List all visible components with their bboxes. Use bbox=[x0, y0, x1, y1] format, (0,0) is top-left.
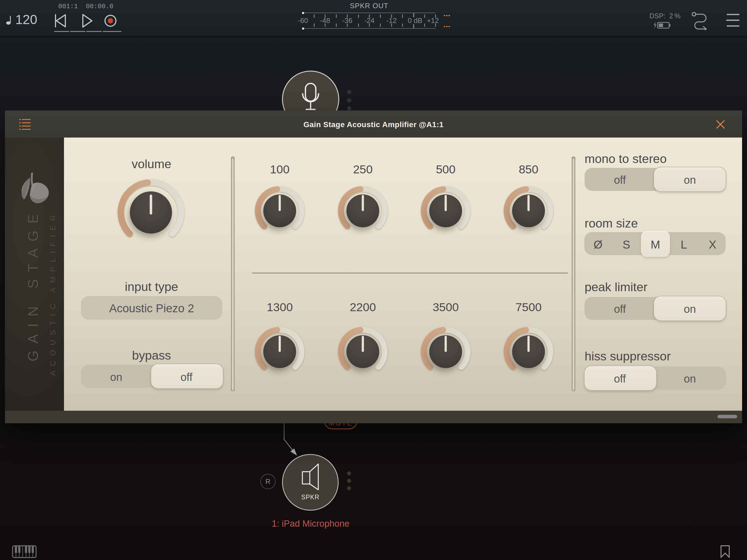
svg-text:-60: -60 bbox=[298, 17, 308, 25]
svg-text:+12: +12 bbox=[427, 17, 439, 25]
svg-text:-36: -36 bbox=[342, 17, 353, 25]
svg-text:SPKR: SPKR bbox=[301, 493, 319, 501]
svg-text:-48: -48 bbox=[320, 17, 330, 25]
svg-text:-12: -12 bbox=[386, 17, 397, 25]
svg-text:0 dB: 0 dB bbox=[408, 17, 422, 25]
svg-text:-24: -24 bbox=[364, 17, 375, 25]
